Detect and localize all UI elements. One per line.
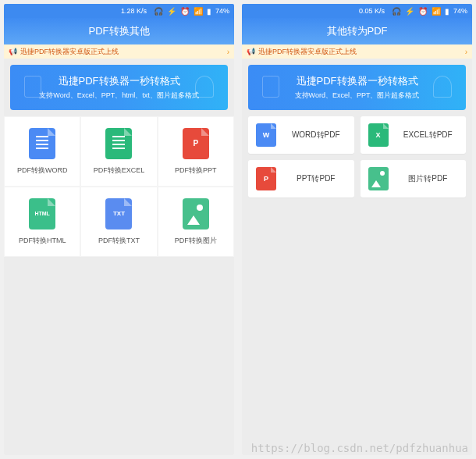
notice-text: 迅捷PDF转换器安卓版正式上线: [20, 47, 119, 57]
html-icon: HTML: [29, 198, 55, 230]
speaker-icon: 📢: [9, 48, 17, 55]
battery-icon: ▮: [445, 7, 449, 16]
bolt-icon: ⚡: [167, 7, 176, 16]
battery-pct: 74%: [215, 7, 229, 15]
pdf-to-image[interactable]: PDF转换图片: [158, 187, 234, 257]
alarm-icon: ⏰: [180, 7, 190, 16]
headphones-icon: 🎧: [392, 7, 401, 16]
bolt-icon: ⚡: [405, 7, 414, 16]
image-icon: [183, 198, 209, 230]
notice-bar[interactable]: 📢 迅捷PDF转换器安卓版正式上线 ›: [242, 44, 472, 59]
conversion-list: W WORD转PDF X EXCEL转PDF P PPT转PDF 图片转PDF: [242, 116, 472, 204]
ppt-icon: P: [183, 128, 209, 159]
alarm-icon: ⏰: [418, 7, 428, 16]
chevron-right-icon: ›: [465, 48, 467, 56]
ppt-icon: P: [256, 167, 276, 190]
signal-icon: 📶: [194, 7, 203, 16]
battery-pct: 74%: [453, 7, 467, 15]
status-bar: 1.28 K/s 🎧 ⚡ ⏰ 📶 ▮ 74%: [4, 4, 234, 18]
battery-icon: ▮: [207, 7, 211, 16]
pdf-to-excel[interactable]: PDF转换EXCEL: [80, 116, 157, 187]
hero-title: 迅捷PDF转换器一秒转格式: [59, 74, 180, 88]
headphones-icon: 🎧: [154, 7, 163, 16]
image-icon: [368, 167, 389, 190]
page-title: 其他转为PDF: [242, 18, 472, 44]
excel-icon: X: [368, 123, 389, 147]
notice-text: 迅捷PDF转换器安卓版正式上线: [258, 47, 357, 57]
screen-pdf-to-other: 1.28 K/s 🎧 ⚡ ⏰ 📶 ▮ 74% PDF转换其他 📢 迅捷PDF转换…: [4, 4, 234, 455]
excel-to-pdf[interactable]: X EXCEL转PDF: [361, 116, 467, 154]
word-to-pdf[interactable]: W WORD转PDF: [248, 116, 354, 154]
image-to-pdf[interactable]: 图片转PDF: [361, 160, 467, 197]
status-bar: 0.05 K/s 🎧 ⚡ ⏰ 📶 ▮ 74%: [242, 4, 472, 18]
net-speed: 1.28 K/s: [121, 7, 147, 15]
hero-subtitle: 支持Word、Excel、PPT、图片超多格式: [295, 91, 420, 101]
pdf-to-word[interactable]: PDF转换WORD: [4, 116, 80, 187]
txt-icon: TXT: [105, 198, 132, 230]
pdf-to-ppt[interactable]: P PDF转换PPT: [158, 116, 234, 187]
word-icon: W: [256, 123, 276, 147]
pdf-to-html[interactable]: HTML PDF转换HTML: [4, 187, 80, 257]
speaker-icon: 📢: [247, 48, 255, 55]
watermark: https://blog.csdn.net/pdfzhuanhua: [251, 442, 468, 454]
pdf-to-txt[interactable]: TXT PDF转换TXT: [80, 187, 157, 257]
word-icon: [29, 128, 55, 159]
net-speed: 0.05 K/s: [359, 7, 385, 15]
ppt-to-pdf[interactable]: P PPT转PDF: [248, 160, 354, 197]
notice-bar[interactable]: 📢 迅捷PDF转换器安卓版正式上线 ›: [4, 44, 234, 59]
hero-title: 迅捷PDF转换器一秒转格式: [297, 74, 418, 88]
screen-other-to-pdf: 0.05 K/s 🎧 ⚡ ⏰ 📶 ▮ 74% 其他转为PDF 📢 迅捷PDF转换…: [242, 4, 472, 455]
signal-icon: 📶: [432, 7, 441, 16]
hero-banner[interactable]: 迅捷PDF转换器一秒转格式 支持Word、Excel、PPT、图片超多格式: [248, 65, 466, 110]
conversion-grid: PDF转换WORD PDF转换EXCEL P PDF转换PPT HTML PDF…: [4, 116, 234, 257]
hero-banner[interactable]: 迅捷PDF转换器一秒转格式 支持Word、Excel、PPT、html、txt、…: [10, 65, 228, 110]
hero-subtitle: 支持Word、Excel、PPT、html、txt、图片超多格式: [39, 91, 198, 101]
page-title: PDF转换其他: [4, 18, 234, 44]
excel-icon: [105, 128, 132, 159]
chevron-right-icon: ›: [227, 48, 229, 56]
